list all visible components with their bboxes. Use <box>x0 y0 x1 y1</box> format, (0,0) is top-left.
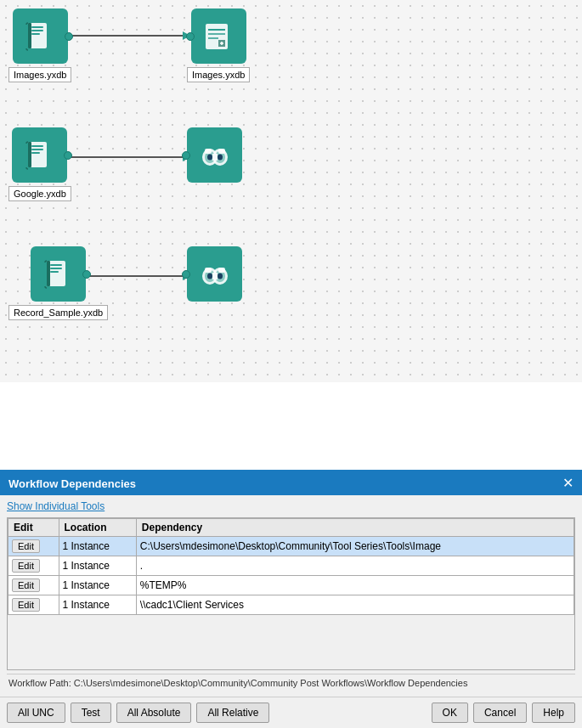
svg-rect-44 <box>218 268 225 273</box>
edit-button[interactable]: Edit <box>12 539 40 553</box>
svg-rect-35 <box>50 271 59 273</box>
table-row: Edit1 InstanceC:\Users\mdesimone\Desktop… <box>8 537 574 556</box>
show-individual-tools-link[interactable]: Show Individual Tools <box>7 500 105 512</box>
svg-rect-26 <box>212 154 218 161</box>
all-unc-button[interactable]: All UNC <box>7 703 65 723</box>
node-label-record: Record_Sample.yxdb <box>8 305 108 320</box>
svg-rect-32 <box>47 261 50 286</box>
tool-node-binoculars-1[interactable] <box>187 127 242 183</box>
table-row: Edit1 Instance. <box>8 556 574 576</box>
input-node-google[interactable]: Google.yxdb <box>8 127 71 201</box>
svg-rect-29 <box>205 149 212 154</box>
edit-button[interactable]: Edit <box>12 598 40 612</box>
dependency-cell: \\cadc1\Client Services <box>136 595 574 615</box>
ok-button[interactable]: OK <box>432 703 468 723</box>
table-row: Edit1 Instance%TEMP% <box>8 576 574 595</box>
dependency-cell: . <box>136 556 574 576</box>
col-header-dependency: Dependency <box>136 519 574 537</box>
help-button[interactable]: Help <box>532 703 575 723</box>
cancel-button[interactable]: Cancel <box>473 703 527 723</box>
svg-rect-19 <box>31 145 43 147</box>
svg-rect-8 <box>31 26 43 28</box>
node-label-images: Images.yxdb <box>8 67 71 82</box>
workflow-path-label: Workflow Path: <box>8 678 71 688</box>
node-label-images-out: Images.yxdb <box>187 67 250 82</box>
input-node-images[interactable]: Images.yxdb <box>8 8 71 82</box>
svg-point-42 <box>218 273 223 279</box>
svg-rect-9 <box>31 30 43 31</box>
svg-rect-43 <box>205 268 212 273</box>
footer-right-buttons: OK Cancel Help <box>432 703 575 723</box>
test-button[interactable]: Test <box>71 703 111 723</box>
dialog-titlebar: Workflow Dependencies ✕ <box>0 471 582 495</box>
dialog-close-button[interactable]: ✕ <box>562 477 574 490</box>
dependency-cell: C:\Users\mdesimone\Desktop\Community\Too… <box>136 537 574 556</box>
node-label-google: Google.yxdb <box>8 186 71 201</box>
svg-rect-7 <box>28 23 31 48</box>
edit-button[interactable]: Edit <box>12 578 40 592</box>
table-header: Edit Location Dependency <box>8 519 574 537</box>
svg-rect-40 <box>212 273 218 279</box>
svg-rect-34 <box>50 268 62 269</box>
location-cell: 1 Instance <box>59 537 136 556</box>
svg-rect-21 <box>31 152 40 154</box>
location-cell: 1 Instance <box>59 576 136 595</box>
footer-left-buttons: All UNC Test All Absolute All Relative <box>7 703 269 723</box>
dependencies-table-container: Edit Location Dependency Edit1 InstanceC… <box>7 517 575 670</box>
dependency-cell: %TEMP% <box>136 576 574 595</box>
all-relative-button[interactable]: All Relative <box>196 703 269 723</box>
svg-rect-33 <box>50 264 62 266</box>
edit-cell: Edit <box>8 576 59 595</box>
workflow-canvas: Images.yxdb Images.yxdb <box>0 0 582 382</box>
svg-rect-10 <box>31 33 40 35</box>
input-port <box>182 151 190 160</box>
output-port <box>82 270 91 279</box>
dialog-title: Workflow Dependencies <box>8 477 136 490</box>
all-absolute-button[interactable]: All Absolute <box>116 703 192 723</box>
edit-cell: Edit <box>8 595 59 615</box>
tool-node-binoculars-2[interactable] <box>187 246 242 302</box>
location-cell: 1 Instance <box>59 556 136 576</box>
svg-point-28 <box>218 154 223 160</box>
workflow-path-row: Workflow Path: C:\Users\mdesimone\Deskto… <box>7 674 575 691</box>
location-cell: 1 Instance <box>59 595 136 615</box>
table-body: Edit1 InstanceC:\Users\mdesimone\Desktop… <box>8 537 574 615</box>
output-node-images[interactable]: Images.yxdb <box>187 8 250 82</box>
input-port <box>186 32 195 41</box>
input-node-record[interactable]: Record_Sample.yxdb <box>8 246 108 320</box>
output-port <box>64 151 72 160</box>
col-header-location: Location <box>59 519 136 537</box>
col-header-edit: Edit <box>8 519 59 537</box>
svg-rect-20 <box>31 149 43 150</box>
svg-rect-30 <box>218 149 225 154</box>
dependencies-table: Edit Location Dependency Edit1 InstanceC… <box>8 518 574 615</box>
edit-cell: Edit <box>8 556 59 576</box>
svg-rect-18 <box>28 142 31 167</box>
workflow-path-value: C:\Users\mdesimone\Desktop\Community\Com… <box>74 678 468 688</box>
edit-button[interactable]: Edit <box>12 559 40 573</box>
dialog-footer: All UNC Test All Absolute All Relative O… <box>0 697 582 728</box>
edit-cell: Edit <box>8 537 59 556</box>
output-port <box>65 32 73 41</box>
connector-svg <box>0 0 582 382</box>
svg-point-27 <box>207 154 212 160</box>
table-row: Edit1 Instance\\cadc1\Client Services <box>8 595 574 615</box>
input-port <box>182 270 190 279</box>
svg-point-41 <box>207 273 212 279</box>
workflow-dependencies-dialog: Workflow Dependencies ✕ Show Individual … <box>0 470 582 728</box>
dialog-body: Show Individual Tools Edit Location Depe… <box>0 495 582 697</box>
